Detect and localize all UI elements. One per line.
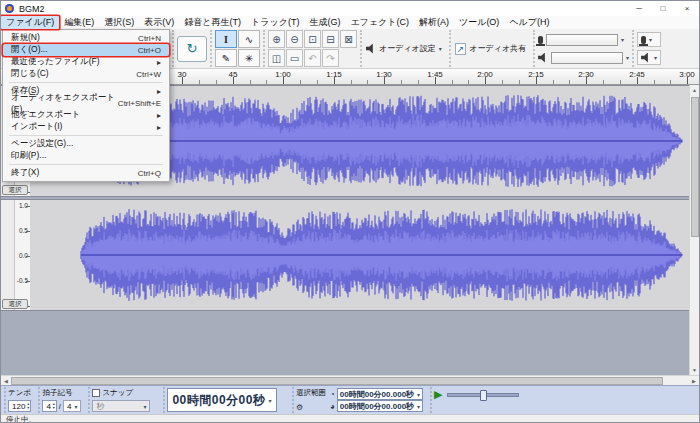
horizontal-scrollbar-thumb[interactable] [11, 377, 663, 385]
track-select-button[interactable]: 選択 [2, 299, 28, 309]
selection-tool-button[interactable]: I [215, 30, 237, 48]
file-menu-item[interactable]: 最近使ったファイル(F)▸ [3, 56, 169, 68]
menu-bar: ファイル(F)編集(E)選択(S)表示(V)録音と再生(T)トラック(T)生成(… [1, 16, 699, 29]
multi-tool-button[interactable]: ✳ [238, 49, 260, 67]
menubar-item[interactable]: 表示(V) [139, 16, 179, 29]
play-at-speed-button[interactable]: ▶ [434, 389, 442, 400]
scale-tick [26, 281, 30, 282]
file-menu-item[interactable]: 開く(O)...Ctrl+O [3, 44, 169, 56]
ruler-tick [452, 80, 453, 84]
zoom-selection-button[interactable]: ⊡ [304, 30, 321, 48]
file-menu-item[interactable]: 印刷(P)... [3, 150, 169, 162]
time-signature-numerator-input[interactable]: 4 ▴▾ [42, 400, 56, 412]
file-menu-item[interactable]: 終了(X)Ctrl+Q [3, 167, 169, 179]
redo-button[interactable]: ↷ [322, 49, 339, 67]
menubar-item[interactable]: エフェクト(C) [345, 16, 414, 29]
chevron-down-icon: ▾ [654, 54, 657, 61]
recording-device-dropdown[interactable]: ▾ [637, 32, 661, 47]
undo-button[interactable]: ↶ [304, 49, 321, 67]
file-menu-item[interactable]: インポート(I)▸ [3, 121, 169, 133]
audio-setup-button[interactable]: オーディオ設定 ▾ [360, 30, 446, 67]
vertical-scrollbar[interactable]: ▲ ▼ [689, 85, 699, 375]
selection-start-icon[interactable]: ◔ [330, 390, 335, 399]
scroll-up-icon[interactable]: ▲ [690, 85, 699, 95]
menubar-item[interactable]: 解析(A) [414, 16, 454, 29]
audacity-logo-icon [5, 4, 14, 13]
menubar-item[interactable]: ヘルプ(H) [504, 16, 554, 29]
menubar-item[interactable]: 編集(E) [59, 16, 99, 29]
menubar-item[interactable]: 生成(G) [304, 16, 345, 29]
ruler-tick [250, 80, 251, 84]
file-menu-item[interactable]: オーディオをエクスポート(E)...Ctrl+Shift+E [3, 97, 169, 109]
recording-meter[interactable]: ▾ [538, 34, 629, 46]
ruler-tick [418, 80, 419, 84]
chevron-down-icon[interactable]: ▾ [626, 54, 629, 61]
ruler-time-label: 1:15 [326, 70, 342, 79]
selection-end-display[interactable]: 00時間00分00.000秒 ▾ [337, 400, 423, 412]
audio-track-2: 1.00.50.0-0.5-1.0 選択 [1, 199, 691, 311]
waveform[interactable] [30, 200, 691, 310]
ruler-time-label: 1:30 [376, 70, 392, 79]
menubar-item[interactable]: ファイル(F) [1, 16, 59, 29]
gear-icon[interactable]: ⚙ [296, 403, 326, 412]
minimize-button[interactable]: ─ [627, 1, 651, 16]
scroll-down-icon[interactable]: ▼ [690, 365, 699, 375]
playback-meter-bar[interactable] [551, 52, 623, 64]
zoom-in-button[interactable]: ⊕ [268, 30, 285, 48]
vertical-scale-ruler[interactable]: 1.00.50.0-0.5-1.0 [14, 200, 30, 310]
file-menu-item[interactable]: ページ設定(G)... [3, 138, 169, 150]
loop-toolbar: ↻ [172, 30, 207, 67]
draw-tool-button[interactable]: ✎ [215, 49, 237, 67]
spinner-icon[interactable]: ▴▾ [27, 402, 29, 410]
horizontal-scrollbar[interactable]: ◀ ▶ [1, 375, 699, 385]
trim-audio-button[interactable]: ◫ [268, 49, 285, 67]
ruler-time-label: 3:00 [679, 70, 695, 79]
selection-start-display[interactable]: 00時間00分00.000秒 ▾ [337, 388, 423, 400]
scroll-left-icon[interactable]: ◀ [1, 376, 11, 386]
loop-button[interactable]: ↻ [177, 36, 207, 62]
file-menu-item[interactable]: 新規(N)Ctrl+N [3, 32, 169, 44]
file-menu: 新規(N)Ctrl+N開く(O)...Ctrl+O最近使ったファイル(F)▸閉じ… [2, 29, 170, 182]
meter-toolbars: ▾ ▾ [533, 30, 629, 67]
snap-checkbox[interactable] [92, 389, 100, 397]
time-signature-denominator-dropdown[interactable]: 4 ▾ [63, 400, 81, 412]
edit-toolbar: ⊕ ⊖ ⊡ ⊟ ⊠ ◫ ▭ ↶ ↷ [263, 30, 357, 67]
recording-meter-bar[interactable] [546, 34, 618, 46]
ruler-time-label: 1:00 [275, 70, 291, 79]
menubar-item[interactable]: トラック(T) [246, 16, 304, 29]
chevron-down-icon[interactable]: ▾ [621, 36, 624, 43]
ruler-tick [569, 80, 570, 84]
status-bar: 停止中。 [1, 414, 699, 423]
ruler-tick [300, 80, 301, 84]
silence-audio-button[interactable]: ▭ [286, 49, 303, 67]
menubar-item[interactable]: 選択(S) [99, 16, 139, 29]
playback-meter[interactable]: ▾ [538, 52, 629, 64]
selection-end-icon[interactable]: ◕ [330, 402, 335, 411]
spinner-icon[interactable]: ▴▾ [53, 402, 55, 410]
audio-setup-label: オーディオ設定 [379, 43, 436, 54]
status-text: 停止中。 [6, 415, 36, 423]
track-select-button[interactable]: 選択 [2, 185, 28, 195]
menubar-item[interactable]: 録音と再生(T) [179, 16, 246, 29]
tempo-input[interactable]: 120 ▴▾ [8, 400, 31, 412]
zoom-out-button[interactable]: ⊖ [286, 30, 303, 48]
play-speed-slider-thumb[interactable] [480, 390, 487, 401]
audio-position-display[interactable]: 00時間00分00秒 ▾ [167, 388, 277, 412]
zoom-toggle-button[interactable]: ⊠ [340, 30, 357, 48]
track-control-panel[interactable]: 1.00.50.0-0.5-1.0 選択 [1, 200, 30, 310]
play-speed-slider[interactable] [447, 393, 519, 397]
menubar-item[interactable]: ツール(O) [454, 16, 504, 29]
snap-unit-dropdown[interactable]: 秒 ▾ [92, 400, 150, 412]
time-toolbar: 00時間00分00秒 ▾ [163, 387, 279, 413]
close-button[interactable]: × [675, 1, 699, 16]
tempo-label: テンポ [8, 388, 31, 397]
zoom-fit-button[interactable]: ⊟ [322, 30, 339, 48]
playback-device-dropdown[interactable]: ▾ [637, 50, 661, 65]
menu-separator [9, 164, 163, 165]
vertical-scrollbar-thumb[interactable] [691, 97, 699, 237]
envelope-tool-button[interactable]: ∿ [238, 30, 260, 48]
file-menu-item[interactable]: 閉じる(C)Ctrl+W [3, 68, 169, 80]
scroll-right-icon[interactable]: ▶ [689, 376, 699, 386]
share-audio-button[interactable]: ↗ オーディオ共有 [449, 30, 530, 67]
maximize-button[interactable]: □ [651, 1, 675, 16]
